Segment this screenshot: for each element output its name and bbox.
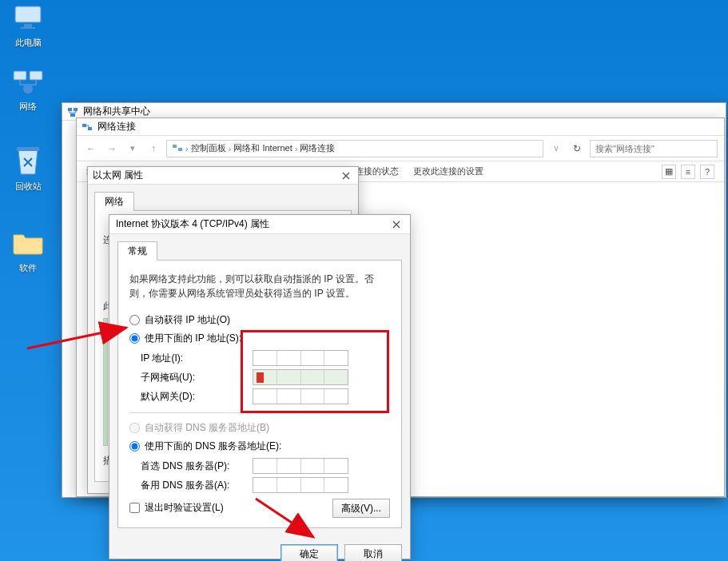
close-icon	[392, 221, 400, 229]
radio-manual-ip[interactable]	[129, 333, 140, 344]
input-subnet-mask[interactable]	[253, 369, 348, 385]
breadcrumb-sep-icon: ›	[295, 144, 298, 153]
ipv4-panel: 如果网络支持此功能，则可以获取自动指派的 IP 设置。否则，你需要从网络系统管理…	[117, 260, 402, 528]
titlebar[interactable]: 网络连接	[77, 118, 724, 136]
recycle-bin-icon	[12, 145, 44, 177]
svg-rect-7	[68, 108, 72, 111]
close-button[interactable]	[389, 217, 404, 232]
radio-auto-dns	[129, 423, 140, 433]
toolbar-change[interactable]: 更改此连接的设置	[413, 165, 483, 177]
checkbox-validate-label: 退出时验证设置(L)	[145, 501, 224, 515]
desktop-icon-label: 此电脑	[3, 37, 53, 49]
radio-manual-dns[interactable]	[129, 441, 140, 452]
breadcrumb-sep-icon: ›	[185, 144, 189, 153]
breadcrumb-part[interactable]: 控制面板	[191, 142, 226, 154]
refresh-button[interactable]: ↻	[569, 143, 585, 154]
desktop-icon-label: 网络	[3, 101, 53, 113]
window-title: Internet 协议版本 4 (TCP/IPv4) 属性	[116, 217, 269, 231]
list-stub	[103, 318, 108, 446]
desktop-icon-label: 软件	[3, 262, 53, 274]
nav-back-button[interactable]: ←	[83, 141, 99, 157]
label-default-gateway: 默认网关(D):	[141, 390, 253, 404]
radio-manual-dns-label: 使用下面的 DNS 服务器地址(E):	[145, 440, 281, 453]
advanced-button[interactable]: 高级(V)...	[332, 499, 390, 518]
window-ipv4-properties[interactable]: Internet 协议版本 4 (TCP/IPv4) 属性 常规 如果网络支持此…	[109, 214, 411, 559]
breadcrumb-part[interactable]: 网络和 Internet	[233, 142, 292, 154]
radio-manual-ip-label: 使用下面的 IP 地址(S):	[145, 332, 241, 345]
label-alt-dns: 备用 DNS 服务器(A):	[141, 479, 253, 492]
network-connections-icon	[82, 121, 93, 133]
breadcrumb-dropdown-icon[interactable]: v	[548, 141, 564, 157]
label-ip-address: IP 地址(I):	[141, 352, 253, 365]
desktop-icon-this-pc[interactable]: 此电脑	[3, 2, 53, 49]
view-icons-button[interactable]: ▦	[662, 165, 676, 179]
svg-rect-0	[15, 6, 41, 22]
view-details-button[interactable]: ≡	[681, 165, 695, 179]
window-title: 以太网 属性	[93, 169, 143, 182]
network-center-icon	[67, 106, 78, 117]
monitor-icon	[12, 2, 44, 34]
window-title: 网络连接	[97, 120, 136, 133]
folder-icon	[12, 227, 44, 259]
input-alt-dns[interactable]	[253, 477, 348, 493]
input-ip-address[interactable]	[253, 350, 348, 366]
svg-rect-4	[30, 71, 42, 80]
label-primary-dns: 首选 DNS 服务器(P):	[141, 460, 253, 473]
radio-auto-ip[interactable]	[129, 315, 140, 325]
nav-history-button[interactable]: ▾	[125, 141, 141, 157]
svg-rect-6	[17, 147, 39, 151]
help-button[interactable]: ?	[700, 165, 714, 179]
titlebar[interactable]: Internet 协议版本 4 (TCP/IPv4) 属性	[109, 215, 410, 234]
desktop-icon-software-folder[interactable]: 软件	[3, 227, 53, 274]
desktop-icon-network[interactable]: 网络	[3, 66, 53, 113]
cancel-button[interactable]: 取消	[344, 544, 402, 561]
radio-auto-dns-label: 自动获得 DNS 服务器地址(B)	[145, 421, 269, 435]
label-subnet-mask: 子网掩码(U):	[141, 371, 253, 384]
desktop-icon-recycle-bin[interactable]: 回收站	[3, 145, 53, 193]
tab-network[interactable]: 网络	[94, 192, 134, 211]
svg-rect-12	[173, 145, 177, 148]
window-title: 网络和共享中心	[83, 105, 150, 118]
svg-rect-10	[82, 124, 86, 127]
close-icon	[342, 172, 350, 180]
breadcrumb-part[interactable]: 网络连接	[300, 142, 335, 154]
network-icon	[12, 66, 44, 97]
svg-rect-8	[74, 108, 78, 111]
search-input[interactable]	[590, 140, 718, 157]
titlebar[interactable]: 以太网 属性	[88, 167, 358, 185]
nav-up-button[interactable]: ↑	[145, 141, 161, 157]
svg-rect-1	[24, 24, 32, 27]
svg-rect-13	[178, 148, 182, 151]
checkbox-validate-on-exit[interactable]	[129, 503, 140, 513]
tab-general[interactable]: 常规	[117, 241, 157, 261]
breadcrumb[interactable]: › 控制面板 › 网络和 Internet › 网络连接	[166, 140, 543, 157]
nav-forward-button[interactable]: →	[104, 141, 120, 157]
help-text: 如果网络支持此功能，则可以获取自动指派的 IP 设置。否则，你需要从网络系统管理…	[129, 272, 390, 300]
ok-button[interactable]: 确定	[280, 544, 338, 561]
explorer-nav: ← → ▾ ↑ › 控制面板 › 网络和 Internet › 网络连接 v ↻	[77, 136, 724, 161]
separator	[129, 412, 390, 413]
control-panel-icon	[172, 142, 183, 155]
desktop-icon-label: 回收站	[3, 181, 53, 193]
radio-auto-ip-label: 自动获得 IP 地址(O)	[145, 313, 230, 327]
svg-rect-3	[14, 71, 26, 80]
input-primary-dns[interactable]	[253, 458, 348, 474]
input-default-gateway[interactable]	[253, 388, 348, 404]
svg-rect-9	[70, 113, 75, 117]
breadcrumb-sep-icon: ›	[229, 144, 232, 153]
close-button[interactable]	[339, 169, 353, 183]
svg-rect-2	[21, 27, 35, 29]
